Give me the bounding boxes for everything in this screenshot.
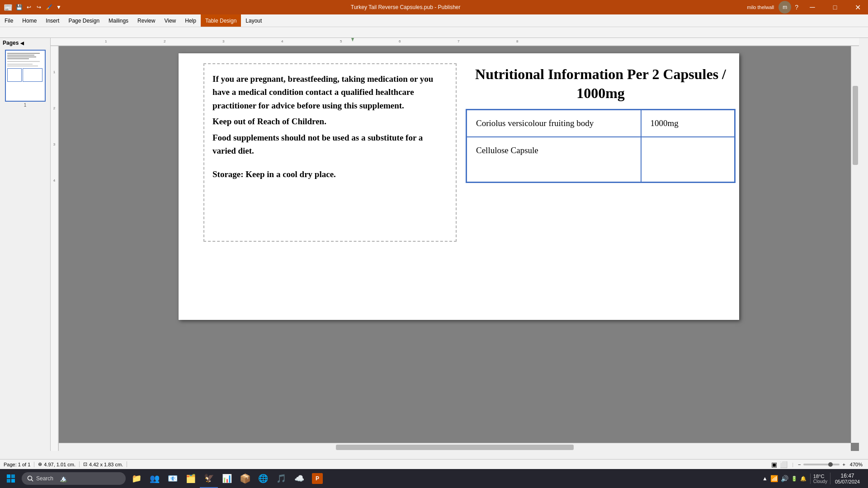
ribbon <box>0 27 868 38</box>
tray-network-icon[interactable]: 📶 <box>770 475 778 482</box>
menu-layout[interactable]: Layout <box>241 14 266 27</box>
taskbar-dropbox-icon[interactable]: 📦 <box>236 469 254 488</box>
taskbar-mountain-icon[interactable]: 🦅 <box>200 469 218 488</box>
svg-rect-17 <box>7 479 10 483</box>
user-avatar[interactable]: m <box>778 1 791 14</box>
taskbar-cloud-icon[interactable]: ☁️ <box>290 469 308 488</box>
menu-home[interactable]: Home <box>18 14 41 27</box>
keep-out-text: Keep out of Reach of Children. <box>212 115 448 128</box>
username: milo thelwall <box>744 5 777 10</box>
maximize-button[interactable]: □ <box>825 0 845 14</box>
taskbar-search-icon <box>27 475 33 482</box>
taskbar-excel-icon[interactable]: 📊 <box>218 469 236 488</box>
view-divider: | <box>792 462 793 467</box>
weather-widget[interactable]: 18°C Cloudy <box>810 474 830 484</box>
menu-help[interactable]: Help <box>180 14 201 27</box>
taskbar-teams-icon[interactable]: 👥 <box>146 469 164 488</box>
customize-qa-button[interactable]: ▼ <box>54 3 63 12</box>
publisher-logo-icon: 📰 <box>4 3 13 12</box>
taskbar-explorer-icon[interactable]: 📁 <box>127 469 146 488</box>
scrollbar-horizontal[interactable] <box>59 443 851 451</box>
position-icon: ⊕ <box>38 461 42 467</box>
pages-panel-toggle[interactable]: ◀ <box>20 41 24 46</box>
tray-show-hidden-button[interactable]: ▲ <box>762 475 768 482</box>
svg-point-19 <box>28 476 32 480</box>
help-icon[interactable]: ? <box>793 4 800 11</box>
amount-value-1: 1000mg <box>651 118 679 128</box>
svg-text:7: 7 <box>458 39 460 43</box>
taskbar-app-icons: 📁 👥 📧 🗂️ 🦅 📊 📦 🌐 🎵 ☁️ P <box>126 469 759 488</box>
scroll-thumb-h[interactable] <box>336 445 574 450</box>
zoom-slider[interactable] <box>803 464 840 465</box>
menu-page-design[interactable]: Page Design <box>64 14 104 27</box>
svg-text:4: 4 <box>281 39 283 43</box>
zoom-level: 470% <box>848 462 864 467</box>
page-thumbnail[interactable] <box>5 50 46 102</box>
tray-volume-icon[interactable]: 🔊 <box>781 475 788 482</box>
format-painter-button[interactable]: 🖌️ <box>44 3 53 12</box>
quick-access-toolbar: 💾 ↩ ↪ 🖌️ ▼ <box>14 3 63 12</box>
nutrition-table[interactable]: Coriolus versicolour fruiting body 1000m… <box>466 109 736 183</box>
close-button[interactable]: ✕ <box>847 0 868 14</box>
ruler-vertical: 1 2 3 4 <box>51 46 59 451</box>
two-page-view-button[interactable]: ⬜ <box>780 461 788 468</box>
weather-desc: Cloudy <box>813 479 827 484</box>
amount-cell-1: 1000mg <box>641 110 735 137</box>
taskbar-folder-icon[interactable]: 🗂️ <box>182 469 200 488</box>
menu-view[interactable]: View <box>160 14 180 27</box>
single-page-view-button[interactable]: ▣ <box>771 461 777 468</box>
nutrition-section: Nutritional Information Per 2 Capsules /… <box>466 57 736 316</box>
document-title: Turkey Tail Reverse Capsules.pub - Publi… <box>67 4 744 10</box>
menu-review[interactable]: Review <box>133 14 160 27</box>
taskbar-search-mountain-icon: 🏔️ <box>60 475 67 482</box>
pages-title: Pages ◀ <box>0 38 50 49</box>
svg-marker-9 <box>351 38 354 42</box>
document-page: If you are pregnant, breastfeeding, taki… <box>179 53 739 320</box>
redo-button[interactable]: ↪ <box>34 3 43 12</box>
clock-time: 16:47 <box>840 473 854 479</box>
nutrition-row-2: Cellulose Capsule <box>467 137 735 182</box>
svg-text:4: 4 <box>53 178 56 183</box>
ingredient-name-1: Coriolus versicolour fruiting body <box>476 118 594 128</box>
zoom-slider-thumb[interactable] <box>828 462 833 467</box>
page-number-label: 1 <box>0 103 50 108</box>
zoom-out-button[interactable]: − <box>798 462 801 467</box>
taskbar-mail-icon[interactable]: 📧 <box>164 469 182 488</box>
menubar: File Home Insert Page Design Mailings Re… <box>0 14 868 27</box>
clock-date: 05/07/2024 <box>835 479 860 484</box>
svg-text:1: 1 <box>53 70 56 74</box>
tray-notification-icon[interactable]: 🔔 <box>800 476 807 482</box>
ingredient-cell-2: Cellulose Capsule <box>467 137 641 182</box>
save-button[interactable]: 💾 <box>14 3 24 12</box>
menu-table-design[interactable]: Table Design <box>201 14 241 27</box>
menu-mailings[interactable]: Mailings <box>104 14 133 27</box>
minimize-button[interactable]: ─ <box>802 0 823 14</box>
taskbar-publisher-icon[interactable]: P <box>308 469 326 488</box>
search-label: Search <box>36 475 53 482</box>
menu-file[interactable]: File <box>0 14 18 27</box>
clock[interactable]: 16:47 05/07/2024 <box>830 473 864 484</box>
left-text-box[interactable]: If you are pregnant, breastfeeding, taki… <box>203 63 457 242</box>
weather-temp: 18°C <box>813 474 825 479</box>
size-value: 4.42 x 1.83 cm. <box>89 462 123 467</box>
ingredient-cell-1: Coriolus versicolour fruiting body <box>467 110 641 137</box>
titlebar: 📰 💾 ↩ ↪ 🖌️ ▼ Turkey Tail Reverse Capsule… <box>0 0 868 14</box>
zoom-in-button[interactable]: + <box>842 462 845 467</box>
taskbar-chrome-icon[interactable]: 🌐 <box>254 469 272 488</box>
taskbar-spotify-icon[interactable]: 🎵 <box>272 469 290 488</box>
scrollbar-vertical[interactable] <box>851 46 859 443</box>
svg-text:3: 3 <box>222 39 225 43</box>
titlebar-right: milo thelwall m ? ─ □ ✕ <box>744 0 868 14</box>
scroll-thumb-v[interactable] <box>853 86 858 165</box>
svg-text:2: 2 <box>164 39 166 43</box>
object-size: ⊡ 4.42 x 1.83 cm. <box>80 461 127 467</box>
ruler-horizontal: 1 2 3 4 5 6 7 8 <box>51 38 859 46</box>
start-button[interactable] <box>0 469 22 488</box>
taskbar-search[interactable]: Search 🏔️ <box>22 472 126 485</box>
statusbar: Page: 1 of 1 ⊕ 4.97, 1.01 cm. ⊡ 4.42 x 1… <box>0 459 868 469</box>
canvas-area: If you are pregnant, breastfeeding, taki… <box>59 46 859 451</box>
nutrition-row-1: Coriolus versicolour fruiting body 1000m… <box>467 110 735 137</box>
undo-button[interactable]: ↩ <box>24 3 33 12</box>
menu-insert[interactable]: Insert <box>41 14 64 27</box>
svg-text:5: 5 <box>340 39 342 43</box>
